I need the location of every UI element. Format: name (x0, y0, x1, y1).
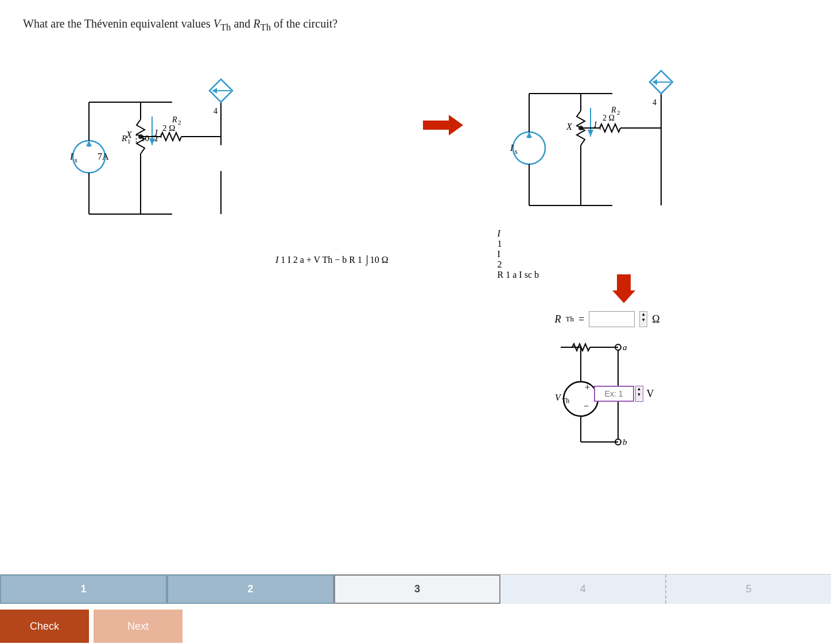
vth-spinner[interactable]: ▲ ▼ (635, 386, 643, 402)
button-bar: Check Next (0, 604, 831, 644)
step-3[interactable]: 3 (334, 575, 501, 604)
step-4[interactable]: 4 (500, 575, 666, 604)
svg-marker-60 (612, 274, 635, 303)
step-bar: 1 2 3 4 5 (0, 574, 831, 604)
svg-text:V: V (555, 393, 562, 402)
bottom-nav: 1 2 3 4 5 Check Next (0, 574, 831, 644)
main-content: What are the Thévenin equivalent values … (0, 0, 831, 479)
svg-text:b: b (623, 437, 627, 447)
svg-marker-58 (653, 79, 657, 85)
rth-input[interactable] (589, 311, 635, 327)
svg-text:−: − (584, 401, 589, 411)
svg-text:R: R (172, 115, 177, 124)
circuit-area: I s 7A R (57, 45, 808, 467)
rth-spinner[interactable]: ▲ ▼ (639, 311, 647, 327)
svg-text:I: I (69, 152, 73, 161)
svg-text:+: + (585, 382, 590, 392)
svg-marker-2 (86, 141, 92, 146)
svg-text:X: X (566, 122, 573, 131)
svg-text:7A: 7A (98, 152, 109, 161)
svg-text:R: R (611, 106, 616, 114)
red-down-arrow (612, 274, 727, 305)
rth-unit: Ω (652, 313, 659, 325)
vth-input[interactable] (594, 386, 634, 402)
step-1[interactable]: 1 (0, 575, 167, 604)
svg-text:a: a (623, 343, 627, 352)
check-button[interactable]: Check (0, 610, 89, 643)
right-section: I s X (498, 45, 727, 467)
arrow-right (423, 114, 463, 137)
svg-text:Th: Th (562, 397, 569, 405)
svg-text:2: 2 (617, 109, 620, 116)
vth-unit: V (647, 388, 654, 400)
equals-sign: = (578, 313, 584, 325)
svg-text:X: X (126, 130, 133, 139)
svg-text:2 Ω: 2 Ω (162, 123, 175, 133)
svg-marker-32 (423, 115, 463, 135)
svg-text:I: I (154, 129, 158, 137)
left-circuit: I s 7A R (57, 45, 389, 265)
svg-text:s: s (515, 148, 518, 156)
step-2[interactable]: 2 (167, 575, 334, 604)
svg-text:4: 4 (653, 98, 657, 107)
svg-text:s: s (75, 156, 77, 164)
answer-area: R Th = ▲ ▼ Ω (555, 311, 727, 464)
rth-label: R (555, 313, 561, 325)
svg-marker-48 (588, 130, 593, 137)
svg-text:4: 4 (213, 107, 218, 115)
svg-text:2 Ω: 2 Ω (603, 114, 615, 122)
next-button[interactable]: Next (94, 610, 182, 643)
svg-marker-35 (526, 132, 532, 138)
question-text: What are the Thévenin equivalent values … (23, 17, 808, 33)
svg-marker-30 (212, 88, 217, 94)
svg-text:2: 2 (178, 119, 181, 126)
step-5[interactable]: 5 (666, 575, 831, 604)
svg-text:I: I (510, 143, 514, 153)
